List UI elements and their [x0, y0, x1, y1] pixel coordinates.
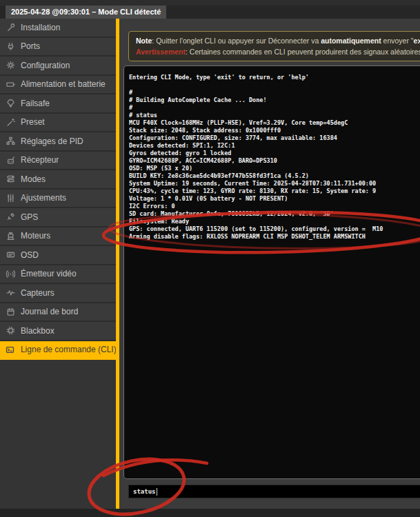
- battery-icon: [6, 80, 15, 89]
- sidebar-item-power[interactable]: Alimentation et batterie: [0, 76, 116, 95]
- bottom-strip: [0, 509, 420, 517]
- cli-tab-content: Note: Quitter l'onglet CLI ou appuyer su…: [119, 19, 420, 509]
- cli-note-banner: Note: Quitter l'onglet CLI ou appuyer su…: [128, 31, 420, 61]
- sidebar-item-label: Récepteur: [21, 155, 59, 165]
- cli-line: #: [129, 89, 420, 97]
- motor-icon: [6, 232, 15, 241]
- sidebar-item-vtx[interactable]: Émetteur vidéo: [0, 265, 116, 285]
- sidebar-item-gps[interactable]: GPS: [0, 208, 116, 227]
- sidebar-item-pid[interactable]: Réglages de PID: [0, 132, 116, 152]
- cli-line: #: [129, 104, 420, 112]
- plug-icon: [6, 42, 15, 51]
- cli-line: GPS: connected, UART6 115200 (set to 115…: [129, 225, 420, 233]
- antenna-icon: [6, 270, 15, 278]
- cli-line: BUILD KEY: 2e8c36cae5dc4b93ef747b558fd3f…: [129, 172, 420, 180]
- wrench-icon: [6, 23, 15, 32]
- warning-text: : Certaines commandes en CLI peuvent pro…: [186, 48, 420, 56]
- note-bold-2: exit: [414, 37, 420, 45]
- cli-line: SD card: Manufacturer 0xfe, 7800832kB, 1…: [129, 210, 420, 218]
- magic-wand-icon: [6, 118, 15, 127]
- sidebar-item-label: Émetteur vidéo: [21, 269, 77, 278]
- sidebar-item-receiver[interactable]: Récepteur: [0, 152, 116, 171]
- sidebar-nav: InstallationPortsConfigurationAlimentati…: [0, 19, 116, 360]
- sidebar-item-label: Failsafe: [21, 99, 50, 108]
- sidebar-item-label: Journal de bord: [21, 307, 78, 316]
- sidebar-item-sensors[interactable]: Capteurs: [0, 284, 116, 303]
- cli-line: GYRO=ICM42688P, ACC=ICM42688P, BARO=DPS3…: [129, 157, 420, 165]
- log-message: 2025-04-28 @09:30:01 – Mode CLI détecté: [6, 6, 166, 19]
- configurator-window: 2025-04-28 @09:30:01 – Mode CLI détecté …: [0, 0, 420, 517]
- sidebar-item-adjustments[interactable]: Ajustements: [0, 190, 116, 209]
- sidebar-item-failsafe[interactable]: Failsafe: [0, 94, 116, 114]
- cli-input-value: status: [133, 488, 156, 495]
- cli-line: Voltage: 1 * 0.01V (0S battery - NOT PRE…: [129, 195, 420, 203]
- sidebar-item-label: Configuration: [21, 61, 70, 70]
- cli-input[interactable]: status: [128, 485, 420, 498]
- parachute-icon: [6, 99, 15, 108]
- sidebar-item-ports[interactable]: Ports: [0, 38, 116, 57]
- sidebar-item-label: Installation: [21, 23, 60, 32]
- cli-line: CPU:43%, cycle time: 123, GYRO rate: 813…: [129, 187, 420, 195]
- waveform-icon: [6, 288, 15, 297]
- sliders-icon: [6, 194, 15, 203]
- toggles-icon: [6, 174, 15, 183]
- cli-line: I2C Errors: 0: [129, 203, 420, 210]
- terminal-icon: [6, 345, 15, 354]
- gear-icon: [6, 61, 15, 70]
- remote-icon: [6, 156, 15, 165]
- cli-line: Gyros detected: gyro 1 locked: [129, 150, 420, 157]
- warning-label: Avertissement: [136, 48, 186, 56]
- sidebar-item-label: Preset: [21, 117, 45, 127]
- cli-line: # Building AutoComplete Cache ... Done!: [129, 97, 420, 104]
- cli-line: Filesystem: Ready: [129, 218, 420, 225]
- note-bold-1: automatiquement: [321, 37, 381, 45]
- cli-output[interactable]: Entering CLI Mode, type 'exit' to return…: [123, 65, 420, 479]
- sidebar-item-label: GPS: [21, 212, 38, 222]
- sidebar-item-installation[interactable]: Installation: [0, 19, 116, 38]
- sidebar-item-modes[interactable]: Modes: [0, 170, 116, 190]
- cli-line: Configuration: CONFIGURED, size: 3774, m…: [129, 134, 420, 142]
- cli-line: OSD: MSP (53 x 20): [129, 165, 420, 172]
- sidebar-item-logbook[interactable]: Journal de bord: [0, 303, 116, 323]
- sidebar-item-label: Alimentation et batterie: [21, 79, 106, 89]
- sidebar: InstallationPortsConfigurationAlimentati…: [0, 19, 116, 509]
- journal-icon: [6, 307, 15, 316]
- note-text-1: : Quitter l'onglet CLI ou appuyer sur Dé…: [152, 37, 321, 45]
- sidebar-item-label: Moteurs: [21, 231, 50, 241]
- osd-icon: [6, 250, 15, 259]
- note-label: Note: [136, 37, 152, 45]
- cli-line: [129, 81, 420, 89]
- sidebar-item-label: Réglages de PID: [21, 136, 83, 146]
- text-cursor: [157, 488, 158, 496]
- cli-line: Arming disable flags: RXLOSS NOPREARM CL…: [129, 233, 420, 241]
- cli-line: MCU F40X Clock=168MHz (PLLP-HSE), Vref=3…: [129, 119, 420, 127]
- sidebar-item-preset[interactable]: Preset: [0, 114, 116, 133]
- sidebar-item-motors[interactable]: Moteurs: [0, 227, 116, 247]
- cli-line: Stack size: 2048, Stack address: 0x1000f…: [129, 127, 420, 134]
- cli-line: Devices detected: SPI:1, I2C:1: [129, 142, 420, 150]
- chip-icon: [6, 326, 15, 335]
- sidebar-item-configuration[interactable]: Configuration: [0, 57, 116, 76]
- sidebar-item-osd[interactable]: OSD: [0, 246, 116, 265]
- sidebar-item-label: Ports: [21, 41, 40, 51]
- satellite-icon: [6, 212, 15, 221]
- note-text-2: envoyer ": [381, 37, 414, 45]
- sidebar-item-label: Ajustements: [21, 193, 66, 203]
- sidebar-item-label: Capteurs: [21, 288, 54, 298]
- top-strip: [0, 0, 420, 6]
- cli-line: # status: [129, 112, 420, 119]
- cli-line: Entering CLI Mode, type 'exit' to return…: [129, 74, 420, 81]
- log-bar: 2025-04-28 @09:30:01 – Mode CLI détecté: [0, 6, 420, 19]
- sidebar-item-cli[interactable]: Ligne de commande (CLI): [0, 341, 116, 361]
- sitemap-icon: [6, 136, 15, 145]
- sidebar-item-blackbox[interactable]: Blackbox: [0, 322, 116, 341]
- sidebar-item-label: Blackbox: [21, 326, 54, 336]
- sidebar-item-label: Ligne de commande (CLI): [21, 345, 116, 354]
- sidebar-item-label: OSD: [21, 250, 39, 260]
- sidebar-item-label: Modes: [21, 174, 46, 184]
- cli-line: System Uptime: 19 seconds, Current Time:…: [129, 180, 420, 187]
